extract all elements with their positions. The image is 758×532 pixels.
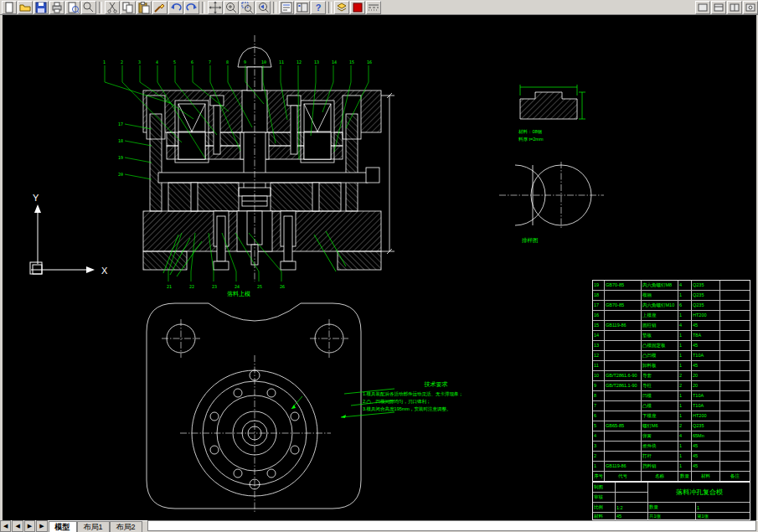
toolbar-separator xyxy=(99,2,102,13)
parts-table-cell xyxy=(605,291,641,300)
title-block-label: 材料 xyxy=(593,513,615,519)
match-properties-icon[interactable] xyxy=(152,1,168,14)
parts-table-cell: 17 xyxy=(593,301,604,310)
parts-table-cell: 代号 xyxy=(605,472,641,481)
parts-table-cell xyxy=(720,442,750,451)
parts-table-cell xyxy=(720,381,750,390)
parts-table-cell: 13 xyxy=(593,341,604,350)
color-control-icon[interactable] xyxy=(350,1,365,14)
parts-table-cell: 16 xyxy=(593,311,604,320)
toolbar-button[interactable] xyxy=(727,1,742,14)
parts-table-cell xyxy=(605,351,641,360)
parts-table-cell: GB65-85 xyxy=(605,421,641,431)
parts-table-cell: T10A xyxy=(692,391,719,400)
svg-text:24: 24 xyxy=(235,284,240,289)
zoom-realtime-icon[interactable] xyxy=(224,1,239,14)
svg-text:9: 9 xyxy=(244,59,246,65)
pan-icon[interactable] xyxy=(208,1,223,14)
tab-nav-next-button[interactable]: ▶ xyxy=(24,520,35,532)
parts-table-cell: GB/T2861.6-90 xyxy=(605,371,641,380)
tech-requirement-line: 3.模具闭合高度195mm，安装时注意调整。 xyxy=(363,405,509,413)
tab-layout2[interactable]: 布局2 xyxy=(110,521,142,532)
parts-table-cell: 序号 xyxy=(593,472,604,481)
horizontal-scrollbar[interactable] xyxy=(147,520,756,531)
plate-top-view xyxy=(147,303,361,513)
tech-requirements-lines: 1.模具装配后各活动部件运动灵活、无卡滞现象；2.凸、凹模间隙均匀，刃口锋利；3… xyxy=(363,390,509,413)
strip-layout-label: 排样图 xyxy=(522,237,539,245)
parts-table-cell: 15 xyxy=(593,321,604,330)
toolbar-button[interactable] xyxy=(711,1,726,14)
redo-icon[interactable] xyxy=(184,1,199,14)
model-space[interactable]: 1234567891011121314151617181920212223242… xyxy=(3,15,756,520)
svg-text:25: 25 xyxy=(257,284,262,289)
parts-table-cell: 圆柱销 xyxy=(642,321,678,330)
parts-table-cell: GB/T2861.1-90 xyxy=(605,381,641,390)
parts-table-cell: 1 xyxy=(678,391,691,400)
layers-icon[interactable] xyxy=(334,1,349,14)
paste-icon[interactable] xyxy=(137,1,152,14)
linetype-icon[interactable] xyxy=(366,1,381,14)
ucs-y-label: Y xyxy=(33,193,39,203)
parts-table-cell xyxy=(605,391,641,400)
tech-requirement-line: 1.模具装配后各活动部件运动灵活、无卡滞现象； xyxy=(363,390,509,398)
design-center-icon[interactable] xyxy=(295,1,310,14)
drawing-title: 落料冲孔复合模 xyxy=(648,483,750,502)
copy-icon[interactable] xyxy=(121,1,136,14)
parts-table-cell: 1 xyxy=(678,341,691,350)
tab-layout1[interactable]: 布局1 xyxy=(77,521,110,532)
parts-table-cell: GB70-85 xyxy=(605,301,641,310)
parts-table-cell xyxy=(720,301,750,310)
properties-icon[interactable] xyxy=(279,1,294,14)
parts-table-cell: 弹簧 xyxy=(642,431,678,441)
tech-requirement-line: 2.凸、凹模间隙均匀，刃口锋利； xyxy=(363,398,509,405)
print-preview-icon[interactable] xyxy=(65,1,80,14)
parts-table-cell: Q235 xyxy=(692,421,719,431)
workpiece-note-line: 材料：08钢 xyxy=(518,128,544,136)
parts-table-cell: Q235 xyxy=(692,291,719,300)
find-icon[interactable] xyxy=(81,1,96,14)
parts-table-cell: 5 xyxy=(593,421,604,431)
parts-table-cell: T10A xyxy=(692,401,719,411)
tech-requirements: 技术要求 1.模具装配后各活动部件运动灵活、无卡滞现象；2.凸、凹模间隙均匀，刃… xyxy=(363,380,509,413)
print-icon[interactable] xyxy=(49,1,64,14)
ucs-icon: Y X xyxy=(30,193,108,276)
save-icon[interactable] xyxy=(34,1,49,14)
parts-table-cell: Q235 xyxy=(692,301,719,310)
parts-table-cell: 凸凹模 xyxy=(642,351,678,360)
parts-table-cell: 内六角螺钉M10 xyxy=(642,301,678,310)
parts-table-cell: 8 xyxy=(593,391,604,400)
parts-table-cell: 10 xyxy=(593,371,604,380)
workpiece-section-view xyxy=(520,85,585,119)
tab-nav-first-button[interactable]: ◀ xyxy=(0,520,11,532)
toolbar-button[interactable] xyxy=(743,1,758,14)
parts-table-cell: Q235 xyxy=(692,281,719,290)
title-block-label: 制图 xyxy=(593,483,615,492)
cut-icon[interactable] xyxy=(105,1,120,14)
tab-nav-last-button[interactable]: ▶ xyxy=(36,520,47,532)
title-block-label: 审核 xyxy=(593,493,615,502)
undo-icon[interactable] xyxy=(168,1,183,14)
parts-table-cell xyxy=(605,361,641,370)
title-block-label: 比例 xyxy=(593,503,615,512)
zoom-previous-icon[interactable] xyxy=(255,1,271,14)
parts-table-cell: 1 xyxy=(678,331,691,340)
toolbar-separator xyxy=(328,2,332,13)
parts-table-cell: 2 xyxy=(678,371,691,380)
new-file-icon[interactable] xyxy=(2,1,17,14)
tab-model[interactable]: 模型 xyxy=(49,521,77,532)
drawing-canvas[interactable]: 1234567891011121314151617181920212223242… xyxy=(0,15,758,520)
parts-table-cell: 1 xyxy=(678,442,691,451)
toolbar-button[interactable] xyxy=(695,1,710,14)
zoom-window-icon[interactable] xyxy=(240,1,255,14)
parts-table-cell: 1 xyxy=(593,462,604,471)
parts-table-cell: 内六角螺钉M8 xyxy=(642,281,678,290)
parts-table-cell: 导柱 xyxy=(642,381,678,390)
open-file-icon[interactable] xyxy=(18,1,33,14)
help-icon[interactable]: ? xyxy=(311,1,326,14)
tab-nav-prev-button[interactable]: ◀ xyxy=(12,520,23,532)
parts-table-cell xyxy=(720,281,750,290)
parts-table-cell xyxy=(720,462,750,471)
parts-table-cell: 45 xyxy=(692,462,719,471)
parts-table-cell: 1 xyxy=(678,311,691,320)
parts-table-cell: 4 xyxy=(593,431,604,441)
